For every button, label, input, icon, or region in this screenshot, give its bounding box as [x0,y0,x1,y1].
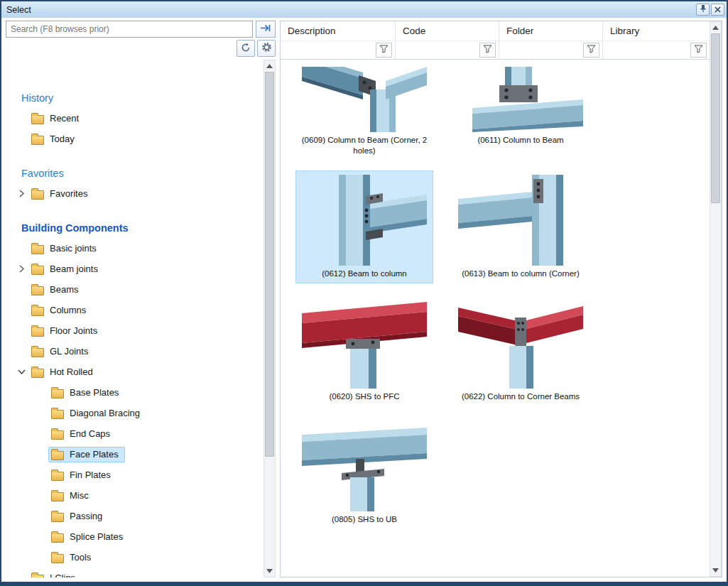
tree-item-diagonal-bracing[interactable]: Diagonal Bracing [6,403,264,423]
tree-item-gl-joints[interactable]: GL Joints [6,341,264,362]
funnel-icon [587,45,596,55]
component-item-0620[interactable]: (0620) SHS to PFC [288,293,441,406]
component-thumbnail-0612 [302,175,427,266]
scroll-up-icon[interactable] [710,22,721,33]
component-item-0622[interactable]: (0622) Column to Corner Beams [444,293,597,406]
tree-item-passing[interactable]: Passing [6,506,264,526]
titlebar-buttons [696,4,724,16]
component-item-0609[interactable]: (0609) Column to Beam (Corner, 2 holes) [288,63,441,161]
folder-icon [31,286,44,295]
tree-item-end-caps[interactable]: End Caps [6,423,264,444]
component-item-0805[interactable]: (0805) SHS to UB [288,416,441,529]
refresh-button[interactable] [237,40,255,57]
grid-scrollbar[interactable] [710,21,722,577]
filter-cell [281,40,395,59]
settings-button[interactable] [257,40,276,57]
column-header-description: Description [281,21,396,59]
folder-icon [51,492,64,501]
go-arrow-icon [260,23,271,35]
scroll-up-icon[interactable] [264,60,275,72]
folder-icon [31,190,44,200]
funnel-icon [694,45,703,55]
grid-row: (0609) Column to Beam (Corner, 2 holes) [288,63,710,161]
scrollbar-track[interactable] [264,72,275,565]
column-label[interactable]: Folder [499,21,602,40]
component-caption: (0805) SHS to UB [332,514,397,525]
column-label[interactable]: Code [396,21,499,40]
column-label[interactable]: Description [281,21,395,40]
tree-item-face-plates[interactable]: Face Plates [6,444,264,465]
close-button[interactable] [711,4,724,16]
search-go-button[interactable] [256,21,276,38]
tree-item-recent[interactable]: Recent [6,108,264,129]
component-item-0613[interactable]: (0613) Beam to column (Corner) [444,170,597,283]
tree-item-columns[interactable]: Columns [6,300,264,320]
folder-icon [31,307,44,316]
component-caption: (0612) Beam to column [322,268,407,279]
tree-item-misc[interactable]: Misc [6,485,264,506]
search-input[interactable] [6,21,253,38]
folder-icon [31,348,44,357]
titlebar[interactable]: Select [1,1,727,18]
component-item-0611[interactable]: (0611) Column to Beam [444,63,597,161]
window-title: Select [6,5,31,15]
folder-icon [31,369,44,378]
scroll-down-icon[interactable] [710,565,721,576]
folder-icon [51,430,64,440]
chevron-down-icon[interactable] [14,369,28,374]
component-thumbnail-0620 [302,298,427,389]
left-panel: History Recent Today Favorites Favorites [6,21,276,577]
chevron-right-icon[interactable] [14,265,28,273]
column-header-code: Code [396,21,499,59]
component-thumbnail-0609 [302,67,427,132]
filter-button-folder[interactable] [583,43,599,58]
pin-button[interactable] [696,4,710,16]
tree-item-hot-rolled[interactable]: Hot Rolled [6,362,264,382]
tree-section-building-components[interactable]: Building Components [6,218,264,238]
tree-scrollbar[interactable] [264,60,276,577]
filter-button-library[interactable] [690,43,707,58]
column-label[interactable]: Library [603,21,710,40]
tree-item-favorites[interactable]: Favorites [6,183,264,204]
grid-header: Description Code Folder [281,21,710,60]
tree-item-splice-plates[interactable]: Splice Plates [6,526,264,547]
grid-row: (0805) SHS to UB [288,416,710,529]
scrollbar-thumb[interactable] [711,33,720,203]
folder-icon [31,136,44,145]
pin-icon [700,4,707,15]
tree-item-floor-joints[interactable]: Floor Joints [6,320,264,341]
folder-icon [51,451,64,460]
folder-icon [51,389,64,398]
folder-icon [31,266,44,275]
tree-item-basic-joints[interactable]: Basic joints [6,238,264,259]
tree-section-favorites[interactable]: Favorites [6,163,264,183]
scrollbar-thumb[interactable] [265,72,274,457]
component-grid: (0609) Column to Beam (Corner, 2 holes) [281,60,710,577]
component-thumbnail-0611 [458,67,583,132]
right-panel: Description Code Folder [280,21,722,577]
filter-cell [603,40,710,59]
component-thumbnail-0613 [458,175,583,266]
component-caption: (0609) Column to Beam (Corner, 2 holes) [295,135,434,156]
tree-item-beams[interactable]: Beams [6,279,264,300]
folder-icon [51,533,64,543]
close-icon [715,4,721,15]
filter-button-code[interactable] [479,43,496,58]
grid-row: (0620) SHS to PFC [288,293,710,406]
folder-icon [31,575,44,578]
tree-section-history[interactable]: History [6,88,264,108]
component-item-0612[interactable]: (0612) Beam to column [288,170,441,283]
tree-item-base-plates[interactable]: Base Plates [6,382,264,403]
chevron-right-icon[interactable] [14,190,28,197]
column-header-library: Library [603,21,710,59]
tree-item-today[interactable]: Today [6,129,264,149]
main-area: History Recent Today Favorites Favorites [1,18,727,582]
tree-item-beam-joints[interactable]: Beam joints [6,259,264,279]
filter-button-description[interactable] [376,43,392,58]
tree-item-tools[interactable]: Tools [6,547,264,568]
tree-item-i-clips[interactable]: I Clips [6,568,264,577]
scrollbar-track[interactable] [710,33,721,565]
folder-icon [51,554,64,563]
scroll-down-icon[interactable] [264,565,275,577]
tree-item-fin-plates[interactable]: Fin Plates [6,465,264,485]
